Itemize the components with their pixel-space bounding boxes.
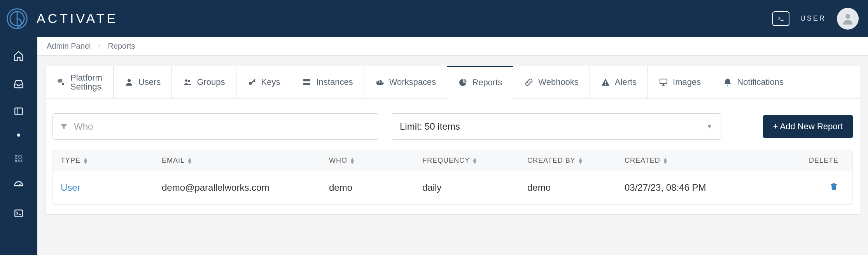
tab-label: Webhooks bbox=[538, 77, 579, 87]
avatar[interactable] bbox=[837, 8, 859, 30]
svg-point-17 bbox=[185, 79, 187, 82]
user-label: USER bbox=[800, 14, 826, 23]
svg-point-10 bbox=[21, 158, 22, 159]
col-frequency[interactable]: FREQUENCY▲▼ bbox=[422, 157, 527, 165]
sidebar bbox=[0, 37, 37, 255]
tab-alerts[interactable]: Alerts bbox=[590, 66, 648, 98]
tab-label: Notifications bbox=[737, 77, 784, 87]
tab-images[interactable]: Images bbox=[648, 66, 712, 98]
svg-rect-14 bbox=[15, 210, 23, 216]
svg-rect-24 bbox=[605, 81, 606, 83]
sort-icon: ▲▼ bbox=[472, 157, 478, 164]
col-delete: DELETE bbox=[765, 157, 838, 165]
limit-label: Limit: 50 items bbox=[400, 121, 460, 132]
breadcrumb-root[interactable]: Admin Panel bbox=[47, 42, 91, 51]
sidebar-inbox-icon[interactable] bbox=[0, 78, 37, 89]
cell-type[interactable]: User bbox=[61, 182, 162, 193]
pie-icon bbox=[458, 78, 467, 87]
admin-tab-card: Platform Settings Users Groups K bbox=[45, 66, 860, 215]
svg-point-12 bbox=[18, 160, 19, 162]
tab-label: Instances bbox=[316, 77, 353, 87]
tab-groups[interactable]: Groups bbox=[172, 66, 236, 98]
top-right-controls: USER bbox=[772, 8, 859, 30]
svg-point-9 bbox=[18, 158, 19, 159]
cell-who: demo bbox=[329, 182, 422, 193]
container-icon bbox=[375, 77, 385, 87]
terminal-button[interactable] bbox=[772, 11, 789, 26]
sort-icon: ▲▼ bbox=[350, 157, 355, 164]
sidebar-grid-icon[interactable] bbox=[0, 154, 37, 163]
tab-reports[interactable]: Reports bbox=[447, 66, 513, 98]
svg-point-5 bbox=[15, 155, 17, 157]
tab-label: Workspaces bbox=[389, 77, 436, 87]
main: Admin Panel Reports Platform Settings bbox=[37, 37, 868, 255]
brand: ACTIVATE bbox=[3, 5, 118, 33]
reports-table: TYPE▲▼ EMAIL▲▼ WHO▲▼ FREQUENCY▲▼ CREATED… bbox=[52, 150, 853, 205]
sidebar-dashboard-icon[interactable] bbox=[0, 180, 37, 191]
user-icon bbox=[124, 77, 134, 87]
trash-icon[interactable] bbox=[829, 182, 838, 193]
cell-created-by: demo bbox=[527, 182, 625, 193]
tab-notifications[interactable]: Notifications bbox=[712, 66, 794, 98]
sort-icon: ▲▼ bbox=[663, 157, 668, 164]
table-row: User demo@parallelworks.com demo daily d… bbox=[53, 171, 852, 204]
tab-keys[interactable]: Keys bbox=[236, 66, 292, 98]
svg-rect-21 bbox=[303, 83, 310, 85]
chevron-right-icon bbox=[96, 42, 102, 51]
cell-frequency: daily bbox=[422, 182, 527, 193]
tab-platform-settings[interactable]: Platform Settings bbox=[46, 66, 114, 98]
col-type[interactable]: TYPE▲▼ bbox=[61, 157, 162, 165]
cell-email: demo@parallelworks.com bbox=[162, 182, 329, 193]
tab-label: Groups bbox=[197, 77, 225, 87]
svg-rect-3 bbox=[15, 108, 23, 114]
bell-icon bbox=[723, 77, 732, 87]
limit-select[interactable]: Limit: 50 items ▼ bbox=[391, 113, 721, 140]
col-email[interactable]: EMAIL▲▼ bbox=[162, 157, 329, 165]
col-created-by[interactable]: CREATED BY▲▼ bbox=[527, 157, 625, 165]
svg-rect-20 bbox=[303, 79, 310, 81]
svg-point-11 bbox=[15, 160, 17, 162]
brand-logo-icon bbox=[3, 5, 31, 33]
col-created[interactable]: CREATED▲▼ bbox=[625, 157, 765, 165]
tab-instances[interactable]: Instances bbox=[291, 66, 364, 98]
who-input[interactable] bbox=[74, 121, 373, 132]
breadcrumb-current: Reports bbox=[108, 42, 135, 51]
tab-webhooks[interactable]: Webhooks bbox=[513, 66, 590, 98]
svg-point-13 bbox=[21, 160, 22, 162]
svg-point-8 bbox=[15, 158, 17, 159]
sidebar-console-icon[interactable] bbox=[0, 208, 37, 218]
svg-point-18 bbox=[188, 80, 190, 82]
sidebar-home-icon[interactable] bbox=[0, 50, 37, 61]
svg-point-23 bbox=[304, 84, 305, 84]
tab-label: Images bbox=[673, 77, 701, 87]
svg-point-7 bbox=[21, 155, 22, 157]
group-icon bbox=[183, 77, 192, 87]
sidebar-panel-icon[interactable] bbox=[0, 106, 37, 116]
add-new-report-button[interactable]: + Add New Report bbox=[763, 115, 853, 138]
chevron-down-icon: ▼ bbox=[706, 123, 712, 130]
tab-label: Reports bbox=[472, 77, 502, 88]
sort-icon: ▲▼ bbox=[83, 157, 89, 164]
svg-rect-25 bbox=[605, 84, 606, 85]
svg-point-6 bbox=[18, 155, 19, 157]
sort-icon: ▲▼ bbox=[578, 157, 584, 164]
svg-rect-26 bbox=[660, 79, 667, 84]
sidebar-dot-icon[interactable] bbox=[0, 134, 37, 137]
svg-point-15 bbox=[62, 83, 64, 85]
tab-label: Settings bbox=[70, 82, 102, 91]
tab-workspaces[interactable]: Workspaces bbox=[364, 66, 448, 98]
server-icon bbox=[302, 77, 312, 87]
svg-rect-27 bbox=[831, 184, 837, 185]
tab-label: Keys bbox=[261, 77, 280, 87]
svg-point-22 bbox=[304, 80, 305, 81]
key-icon bbox=[247, 77, 257, 87]
tab-label: Platform bbox=[70, 73, 102, 82]
who-filter[interactable] bbox=[52, 113, 379, 140]
tab-users[interactable]: Users bbox=[114, 66, 172, 98]
sort-icon: ▲▼ bbox=[187, 157, 193, 164]
breadcrumb: Admin Panel Reports bbox=[37, 37, 868, 56]
svg-point-16 bbox=[128, 79, 131, 82]
warning-icon bbox=[601, 77, 610, 87]
gears-icon bbox=[56, 77, 66, 87]
col-who[interactable]: WHO▲▼ bbox=[329, 157, 422, 165]
